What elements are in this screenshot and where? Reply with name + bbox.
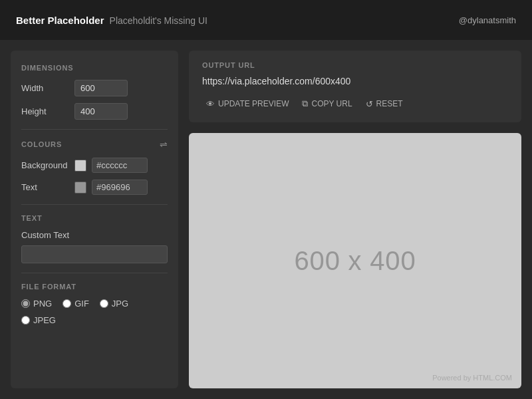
text-color-input[interactable]: [92, 180, 148, 195]
background-color-input[interactable]: [92, 158, 148, 173]
format-radio-group: PNG GIF JPG JPEG: [21, 299, 168, 325]
height-input[interactable]: [74, 103, 128, 120]
reset-label: RESET: [376, 99, 403, 108]
text-color-label: Text: [21, 182, 69, 192]
main-layout: DIMENSIONS Width Height COLOURS ⇌ Backgr…: [0, 40, 532, 399]
preview-box: 600 x 400 Powered by HTML.COM: [189, 133, 521, 388]
output-url-box: OUTPUT URL https://via.placeholder.com/6…: [189, 51, 521, 122]
app-subtitle: Placeholdit's Missing UI: [110, 15, 207, 26]
text-color-row: Text: [21, 180, 168, 195]
text-section: TEXT Custom Text: [21, 214, 168, 263]
right-panel: OUTPUT URL https://via.placeholder.com/6…: [189, 51, 521, 388]
file-format-section: FILE FORMAT PNG GIF JPG JPEG: [21, 283, 168, 325]
format-jpg[interactable]: JPG: [100, 299, 128, 309]
format-gif[interactable]: GIF: [63, 299, 89, 309]
reset-button[interactable]: ↺ RESET: [362, 96, 407, 112]
background-label: Background: [21, 160, 69, 170]
text-color-swatch[interactable]: [74, 182, 86, 194]
format-jpeg[interactable]: JPEG: [21, 315, 56, 325]
height-row: Height: [21, 103, 168, 120]
dimensions-label: DIMENSIONS: [21, 64, 168, 72]
update-preview-button[interactable]: 👁 UPDATE PREVIEW: [202, 96, 293, 112]
reset-icon: ↺: [366, 99, 373, 109]
width-label: Width: [21, 83, 69, 93]
text-section-label: TEXT: [21, 214, 168, 222]
width-row: Width: [21, 80, 168, 96]
left-panel: DIMENSIONS Width Height COLOURS ⇌ Backgr…: [11, 51, 178, 388]
update-preview-label: UPDATE PREVIEW: [218, 99, 289, 108]
custom-text-input[interactable]: [21, 245, 168, 263]
eye-icon: 👁: [206, 99, 215, 109]
colours-header: COLOURS ⇌: [21, 139, 168, 150]
twitter-handle: @dylanatsmith: [459, 15, 516, 25]
preview-dimension-text: 600 x 400: [295, 246, 416, 276]
powered-by-text: Powered by HTML.COM: [432, 374, 512, 382]
height-label: Height: [21, 106, 69, 116]
background-swatch[interactable]: [74, 160, 86, 172]
header: Better Placeholder Placeholdit's Missing…: [0, 0, 532, 40]
file-format-label: FILE FORMAT: [21, 283, 168, 291]
copy-url-label: COPY URL: [311, 99, 352, 108]
shuffle-icon[interactable]: ⇌: [160, 139, 168, 150]
output-url-text: https://via.placeholder.com/600x400: [202, 76, 508, 86]
colours-label: COLOURS: [21, 140, 62, 148]
background-row: Background: [21, 158, 168, 173]
action-buttons: 👁 UPDATE PREVIEW ⧉ COPY URL ↺ RESET: [202, 96, 508, 112]
width-input[interactable]: [74, 80, 128, 96]
app-title: Better Placeholder: [16, 15, 104, 26]
header-left: Better Placeholder Placeholdit's Missing…: [16, 15, 207, 26]
copy-icon: ⧉: [302, 98, 308, 109]
custom-text-label: Custom Text: [21, 230, 168, 240]
output-label: OUTPUT URL: [202, 61, 508, 69]
copy-url-button[interactable]: ⧉ COPY URL: [298, 96, 356, 112]
format-png[interactable]: PNG: [21, 299, 52, 309]
